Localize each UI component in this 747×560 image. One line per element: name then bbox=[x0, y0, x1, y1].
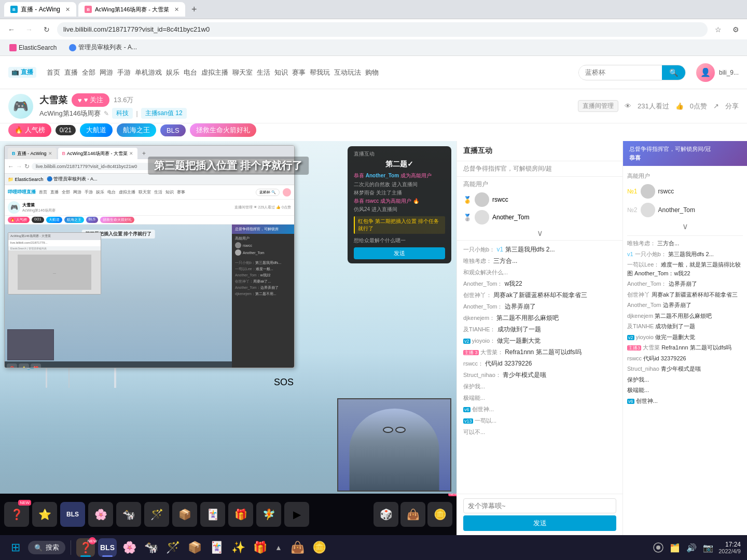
badge-bls-label: BLS bbox=[167, 127, 179, 134]
emote-star[interactable]: ⭐ bbox=[32, 502, 57, 527]
manage-button[interactable]: 直播间管理 bbox=[578, 100, 618, 112]
chat-room-info[interactable]: 总督争得指挥官，可解锁房间/超 bbox=[457, 161, 622, 177]
taskbar-app-unknown[interactable]: ❓ NEW bbox=[76, 538, 95, 557]
nav-life[interactable]: 生活 bbox=[257, 68, 270, 77]
taskbar-app-cow[interactable]: 🐄 bbox=[142, 538, 160, 557]
new-tab-button[interactable]: + bbox=[187, 2, 201, 17]
nav-web-game[interactable]: 网游 bbox=[100, 68, 113, 77]
collapse-button[interactable]: ∨ bbox=[457, 226, 622, 240]
badge-hot[interactable]: 🔥 人气榜 bbox=[8, 123, 51, 137]
emote-cow[interactable]: 🐄 bbox=[116, 502, 141, 527]
inner-badges: 🔥 人气榜 0/21 大航道 航海之王 BLS 拯救生命火箭好礼 bbox=[5, 216, 294, 225]
share-label[interactable]: 分享 bbox=[725, 102, 739, 111]
send-msg-button[interactable]: 发送 bbox=[354, 247, 445, 259]
emote-question[interactable]: ❓ NEW bbox=[4, 502, 29, 527]
msg8-text: 成功做到了一题 bbox=[497, 326, 541, 333]
sparkle-icon: ✨ bbox=[229, 538, 247, 557]
scroll-up-icon[interactable]: ▲ bbox=[272, 541, 285, 554]
camera-icon[interactable]: 📷 bbox=[702, 541, 714, 554]
taskbar-app-box[interactable]: 📦 bbox=[185, 538, 204, 557]
bookmark-admin[interactable]: 管理员审核列表 - A... bbox=[66, 42, 140, 53]
taskbar-search[interactable]: 🔍 搜索 bbox=[28, 541, 65, 554]
clock-time: 17:24 bbox=[718, 541, 741, 548]
search-box[interactable]: 🔍 bbox=[578, 65, 686, 80]
nav-all[interactable]: 全部 bbox=[82, 68, 95, 77]
search-button[interactable]: 🔍 bbox=[662, 65, 685, 80]
fr-msg5-text: 周赛ak了新疆蓝桥杯却不能拿省三 bbox=[652, 291, 738, 298]
msg-8: 及TIANHE： 成功做到了一题 bbox=[463, 325, 616, 334]
refresh-button[interactable]: ↻ bbox=[39, 22, 54, 37]
bookmark-button[interactable]: ☆ bbox=[711, 22, 725, 37]
nav-mobile-game[interactable]: 手游 bbox=[117, 68, 131, 77]
emote-more[interactable]: ▶ bbox=[284, 502, 309, 527]
tab1-close[interactable]: ✕ bbox=[65, 6, 70, 13]
taskbar-app-gift[interactable]: 🎁 bbox=[251, 538, 269, 557]
address-input[interactable] bbox=[57, 22, 708, 37]
extensions-button[interactable]: ⚙ bbox=[728, 22, 743, 37]
emote-dice[interactable]: 🎲 bbox=[374, 502, 398, 527]
badge-ship[interactable]: 航海之王 bbox=[117, 123, 156, 137]
follow-button[interactable]: ♥ ♥ 关注 bbox=[72, 93, 109, 107]
badge-live[interactable]: 大航道 bbox=[80, 123, 113, 137]
badge-gift[interactable]: 拯救生命火箭好礼 bbox=[190, 123, 256, 137]
nav-interactive[interactable]: 互动玩法 bbox=[334, 68, 361, 77]
emote-wand[interactable]: 🪄 bbox=[144, 502, 169, 527]
emote-bls[interactable]: BLS NEW bbox=[60, 502, 85, 527]
search-input[interactable] bbox=[579, 66, 662, 79]
windows-start[interactable]: ⊞ bbox=[6, 538, 25, 557]
tag-san[interactable]: 主播san值 12 bbox=[141, 108, 187, 119]
tag-tech[interactable]: 科技 bbox=[112, 108, 133, 119]
like-count: 0点赞 bbox=[690, 102, 707, 111]
back-button[interactable]: ← bbox=[4, 22, 19, 37]
speaker-icon[interactable]: 🔊 bbox=[685, 541, 698, 554]
chat-input[interactable] bbox=[463, 498, 616, 513]
tab-2[interactable]: B AcWing第146场周赛 - 大雪菜 ✕ bbox=[78, 2, 185, 17]
inner-nav: 哔哩哔哩直播 首页直播全部网游手游娱乐 电台虚拟主播联天室生活知识赛事 蓝桥杯 … bbox=[5, 185, 294, 200]
forward-button[interactable]: → bbox=[22, 22, 36, 37]
user-avatar[interactable]: 👤 bbox=[696, 63, 715, 82]
nav-knowledge[interactable]: 知识 bbox=[274, 68, 288, 77]
tab-1[interactable]: B 直播 - AcWing ✕ bbox=[4, 2, 76, 17]
emote-gift2[interactable]: 🎁 bbox=[228, 502, 253, 527]
taskbar-app-card[interactable]: 🃏 bbox=[207, 538, 226, 557]
taskbar-app-bls[interactable]: BLS bbox=[98, 538, 117, 557]
taskbar-app-coin[interactable]: 🪙 bbox=[310, 538, 328, 557]
nav-home[interactable]: 首页 bbox=[47, 68, 60, 77]
tab1-favicon: B bbox=[10, 6, 18, 13]
streamer-name: 大雪菜 bbox=[39, 94, 67, 106]
nav-help[interactable]: 帮我玩 bbox=[310, 68, 330, 77]
msg17-user: 可以不... bbox=[463, 429, 485, 435]
chrome-icon[interactable] bbox=[652, 541, 665, 554]
emote-box[interactable]: 📦 bbox=[172, 502, 197, 527]
msg1-user: 一只小炮b： bbox=[463, 246, 495, 253]
taskbar-app-wand[interactable]: 🪄 bbox=[163, 538, 182, 557]
nav-shop[interactable]: 购物 bbox=[365, 68, 379, 77]
msg-5: 创世神丫： 周赛ak了新疆蓝桥杯却不能拿省三 bbox=[463, 290, 616, 300]
taskbar-app-bag[interactable]: 👜 bbox=[288, 538, 307, 557]
msg6-text: 边界弄崩了 bbox=[505, 303, 536, 310]
emote-fairy[interactable]: 🧚 bbox=[256, 502, 281, 527]
tab2-close[interactable]: ✕ bbox=[174, 6, 179, 13]
share-icon[interactable]: ↗ bbox=[713, 102, 719, 110]
nav-single-game[interactable]: 单机游戏 bbox=[135, 68, 162, 77]
edit-icon[interactable]: ✎ bbox=[104, 110, 109, 117]
nav-esports[interactable]: 赛事 bbox=[292, 68, 306, 77]
badge-bls[interactable]: BLS bbox=[160, 124, 186, 136]
nav-entertainment[interactable]: 娱乐 bbox=[166, 68, 179, 77]
nav-chatroom[interactable]: 聊天室 bbox=[232, 68, 253, 77]
nav-live[interactable]: 直播 bbox=[64, 68, 78, 77]
fr-collapse-btn[interactable]: ∨ bbox=[627, 219, 743, 233]
taskbar-app-sparkle[interactable]: ✨ bbox=[229, 538, 247, 557]
nav-vtuber[interactable]: 虚拟主播 bbox=[201, 68, 228, 77]
send-button[interactable]: 发送 bbox=[463, 515, 616, 531]
emote-bag[interactable]: 👜 bbox=[400, 502, 425, 527]
bookmark-elasticsearch[interactable]: ElasticSearch bbox=[6, 43, 60, 52]
nav-radio[interactable]: 电台 bbox=[184, 68, 197, 77]
file-icon[interactable]: 🗂️ bbox=[669, 541, 681, 554]
emote-coin[interactable]: 🪙 bbox=[427, 502, 452, 527]
emote-flower[interactable]: 🌸 bbox=[88, 502, 113, 527]
inner-streamer-avatar: 🎮 bbox=[8, 201, 20, 214]
emote-card[interactable]: 🃏 bbox=[200, 502, 225, 527]
fr-msg-15: v6 创世神... bbox=[627, 396, 743, 407]
taskbar-app-flower[interactable]: 🌸 bbox=[120, 538, 139, 557]
